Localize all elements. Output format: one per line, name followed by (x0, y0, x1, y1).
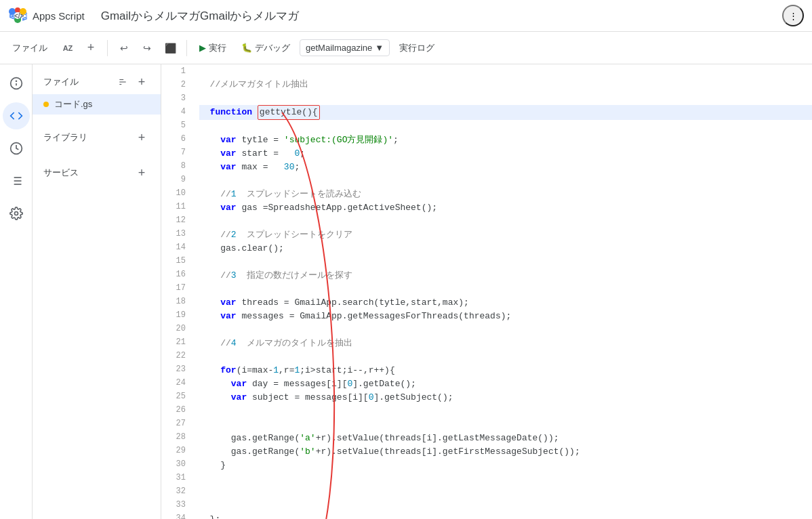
function-name-label: getMailmagazine (306, 43, 372, 53)
debug-label: デバッグ (255, 42, 290, 54)
add-file-button[interactable]: + (134, 74, 150, 90)
files-section: ファイル + コード.gs (33, 64, 161, 120)
redo-button[interactable]: ↪ (136, 37, 158, 59)
add-library-button[interactable]: + (134, 129, 150, 146)
code-line-5 (199, 120, 812, 133)
code-line-31 (199, 472, 812, 486)
line-number-2: 2 (161, 78, 194, 91)
logo-container: </> </> Apps Script (8, 6, 85, 25)
code-line-10: //1 スプレッドシートを読み込む (199, 188, 812, 201)
code-line-6: var tytle = 'subject:(GO方見開録)'; (199, 133, 812, 147)
code-container: 1234567891011121314151617181920212223242… (161, 64, 812, 519)
line-number-20: 20 (161, 322, 194, 335)
toolbar-edit-section: ↩ ↪ ⬛ (113, 37, 181, 59)
files-section-header: ファイル + (33, 70, 161, 94)
debug-icon: 🐛 (241, 43, 252, 53)
sidebar-icon-code[interactable] (3, 102, 30, 129)
save-button[interactable]: ⬛ (159, 37, 181, 59)
line-number-27: 27 (161, 417, 194, 430)
header-menu-button[interactable]: ⋮ (782, 5, 804, 26)
library-section: ライブラリ + (33, 120, 161, 155)
line-number-10: 10 (161, 186, 194, 200)
toolbar-run-section: ▶ 実行 🐛 デバッグ (192, 38, 297, 58)
code-editor[interactable]: 1234567891011121314151617181920212223242… (161, 64, 812, 519)
apps-script-logo: </> </> (8, 6, 27, 25)
code-line-7: var start = 0; (199, 147, 812, 161)
debug-button[interactable]: 🐛 デバッグ (235, 38, 297, 58)
code-line-26 (199, 404, 812, 418)
sidebar-icons (0, 64, 33, 519)
line-number-24: 24 (161, 376, 194, 390)
line-number-25: 25 (161, 390, 194, 403)
line-number-1: 1 (161, 64, 194, 78)
sidebar-icon-gear[interactable] (3, 200, 30, 227)
code-icon (9, 109, 23, 123)
info-icon (9, 77, 23, 90)
services-label: サービス (43, 167, 79, 179)
line-number-19: 19 (161, 308, 194, 322)
toolbar-sort-section: AZ + (57, 37, 102, 59)
line-number-14: 14 (161, 241, 194, 254)
code-line-34: }; (199, 513, 812, 519)
toolbar-file-section: ファイル (5, 38, 54, 58)
toolbar-divider-1 (107, 40, 108, 56)
code-line-28: gas.getRange('a'+r).setValue(threads[i].… (199, 432, 812, 445)
code-line-18: var threads = GmailApp.search(tytle,star… (199, 296, 812, 310)
line-number-15: 15 (161, 254, 194, 268)
code-line-1 (199, 64, 812, 78)
line-number-22: 22 (161, 349, 194, 362)
code-line-2: //メルマガタイトル抽出 (199, 78, 812, 91)
file-dot (43, 102, 49, 107)
file-item-code-gs[interactable]: コード.gs (33, 94, 161, 115)
run-triangle-icon: ▶ (199, 43, 206, 53)
code-line-22 (199, 350, 812, 364)
services-section: サービス + (33, 155, 161, 190)
line-number-29: 29 (161, 444, 194, 457)
line-number-31: 31 (161, 471, 194, 484)
file-name-label: コード.gs (54, 98, 92, 110)
code-line-13: //2 スプレッドシートをクリア (199, 228, 812, 242)
code-line-20 (199, 323, 812, 337)
line-number-16: 16 (161, 268, 194, 281)
code-line-27 (199, 418, 812, 432)
app-header: </> </> Apps Script GmailからメルマガGmailからメル… (0, 0, 812, 32)
exec-log-button[interactable]: 実行ログ (392, 38, 441, 58)
dropdown-icon: ▼ (375, 43, 384, 53)
function-selector[interactable]: getMailmagazine ▼ (300, 39, 390, 56)
run-button[interactable]: ▶ 実行 (192, 38, 233, 58)
line-number-33: 33 (161, 498, 194, 512)
line-number-8: 8 (161, 159, 194, 173)
save-icon: ⬛ (165, 43, 176, 54)
line-number-21: 21 (161, 335, 194, 349)
line-number-11: 11 (161, 200, 194, 213)
code-lines: //メルマガタイトル抽出 function gettytle(){ var ty… (194, 64, 812, 519)
sort-icon-button[interactable]: AZ (57, 37, 79, 59)
undo-icon: ↩ (120, 43, 128, 54)
sidebar-icon-list[interactable] (3, 167, 30, 194)
code-line-30: } (199, 459, 812, 472)
code-line-9 (199, 174, 812, 188)
code-line-11: var gas =SpreadsheetApp.getActiveSheet()… (199, 201, 812, 215)
code-line-14: gas.clear(); (199, 242, 812, 255)
project-name: GmailからメルマガGmailからメルマガ (101, 8, 300, 24)
library-label: ライブラリ (43, 131, 87, 144)
code-line-23: for(i=max-1,r=1;i>start;i--,r++){ (199, 364, 812, 377)
toolbar-divider-2 (186, 40, 187, 56)
line-number-30: 30 (161, 457, 194, 471)
sort-files-button[interactable] (115, 74, 131, 90)
add-icon: + (87, 41, 95, 55)
sidebar-icon-info[interactable] (3, 70, 30, 97)
app-name-label: Apps Script (33, 10, 85, 22)
code-line-8: var max = 30; (199, 161, 812, 174)
files-label: ファイル (43, 76, 79, 88)
add-icon-button[interactable]: + (80, 37, 102, 59)
code-line-16: //3 指定の数だけメールを探す (199, 269, 812, 283)
file-menu-button[interactable]: ファイル (5, 38, 54, 58)
undo-button[interactable]: ↩ (113, 37, 135, 59)
svg-point-18 (14, 212, 18, 215)
line-number-23: 23 (161, 362, 194, 376)
sidebar-icon-clock[interactable] (3, 135, 30, 162)
header-right: ⋮ (782, 5, 804, 26)
add-service-button[interactable]: + (134, 165, 150, 181)
toolbar: ファイル AZ + ↩ ↪ ⬛ ▶ 実行 🐛 デバッグ getMailmagaz… (0, 32, 812, 64)
